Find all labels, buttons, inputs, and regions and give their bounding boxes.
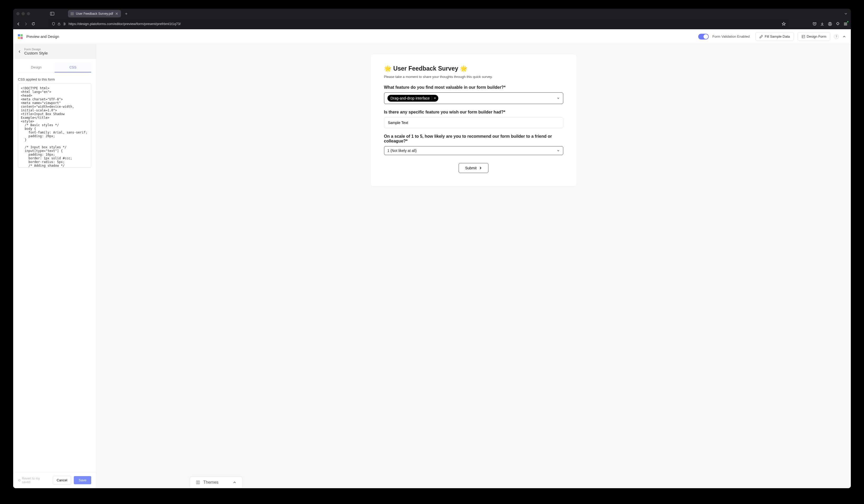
maximize-window-button[interactable] [27, 12, 30, 15]
svg-rect-0 [50, 12, 54, 15]
sidebar-toggle-icon[interactable] [50, 12, 54, 16]
css-section-label: CSS applied to this form [18, 77, 91, 81]
css-code-textarea[interactable] [18, 84, 91, 168]
tab-bar: User Feedback Survey.pdf ✕ ＋ [61, 10, 128, 17]
traffic-lights [16, 12, 30, 15]
app-logo[interactable] [18, 34, 23, 39]
reload-button[interactable] [31, 22, 35, 26]
page-title: Preview and Design [26, 35, 59, 39]
panel-back-button[interactable] [18, 50, 21, 53]
forward-button[interactable] [24, 22, 28, 26]
svg-point-7 [65, 23, 65, 24]
panel-tabs: Design CSS [18, 63, 91, 73]
panel-title: Custom Style [24, 51, 48, 55]
browser-tab[interactable]: User Feedback Survey.pdf ✕ [68, 10, 121, 17]
window-titlebar: User Feedback Survey.pdf ✕ ＋ [13, 9, 379, 19]
address-bar[interactable]: https://design.platoforms.com/editor/pre… [49, 20, 379, 28]
tab-favicon [71, 12, 74, 15]
toolbar: https://design.platoforms.com/editor/pre… [13, 19, 379, 29]
preview-area: 🌟 User Feedback Survey 🌟 Please take a m… [96, 44, 379, 221]
app-content: Preview and Design Form Validation Enabl… [13, 29, 379, 221]
breadcrumb: Form Design [24, 48, 48, 51]
tab-close-icon[interactable]: ✕ [115, 12, 118, 16]
url-text: https://design.platoforms.com/editor/pre… [69, 22, 181, 26]
new-tab-button[interactable]: ＋ [124, 11, 128, 16]
back-button[interactable] [16, 22, 21, 26]
left-panel: Form Design Custom Style Design CSS CSS … [13, 44, 96, 221]
tab-title: User Feedback Survey.pdf [76, 12, 113, 15]
svg-rect-2 [58, 24, 60, 25]
tab-design[interactable]: Design [18, 63, 55, 72]
shield-icon[interactable] [52, 22, 55, 26]
panel-header: Form Design Custom Style [13, 44, 96, 59]
lock-icon[interactable] [58, 22, 61, 26]
app-header: Preview and Design Form Validation Enabl… [13, 29, 379, 44]
browser-window: User Feedback Survey.pdf ✕ ＋ https://des… [13, 9, 379, 221]
form-card: 🌟 User Feedback Survey 🌟 Please take a m… [371, 54, 379, 186]
svg-point-6 [64, 23, 64, 23]
permissions-icon[interactable] [63, 22, 67, 26]
minimize-window-button[interactable] [22, 12, 25, 15]
tab-css[interactable]: CSS [55, 63, 91, 72]
close-window-button[interactable] [16, 12, 20, 15]
svg-point-8 [64, 24, 64, 25]
app-body: Form Design Custom Style Design CSS CSS … [13, 44, 379, 221]
